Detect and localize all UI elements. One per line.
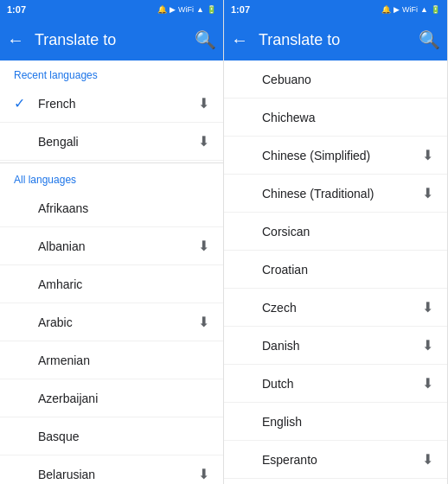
lang-name: Dutch xyxy=(262,377,422,391)
list-item[interactable]: Danish ⬇ xyxy=(224,327,447,365)
download-icon[interactable]: ⬇ xyxy=(422,375,433,392)
lang-name: Chinese (Simplified) xyxy=(262,149,422,162)
battery-icon: 🔋 xyxy=(431,5,440,14)
list-item[interactable]: Belarusian ⬇ xyxy=(0,455,223,484)
download-icon[interactable]: ⬇ xyxy=(422,337,433,353)
right-status-bar: 1:07 🔔 ▶ WiFi ▲ 🔋 xyxy=(224,0,447,19)
download-icon[interactable]: ⬇ xyxy=(198,314,209,330)
divider xyxy=(0,162,223,163)
battery-icon: 🔋 xyxy=(207,5,216,14)
all-section-label: All languages xyxy=(0,165,223,189)
list-item[interactable]: Esperanto ⬇ xyxy=(224,441,447,479)
list-item[interactable]: Cebuano xyxy=(224,60,447,99)
list-item[interactable]: Chinese (Traditional) ⬇ xyxy=(224,175,447,213)
lang-name: Bengali xyxy=(38,135,198,149)
download-icon[interactable]: ⬇ xyxy=(198,133,209,150)
lang-name: English xyxy=(262,415,433,429)
list-item[interactable]: Basque xyxy=(0,417,223,455)
list-item[interactable]: Albanian ⬇ xyxy=(0,227,223,265)
lang-name: Chinese (Traditional) xyxy=(262,187,422,201)
lang-name: French xyxy=(38,97,198,111)
left-back-button[interactable]: ← xyxy=(7,30,24,50)
left-status-bar: 1:07 🔔 ▶ WiFi ▲ 🔋 xyxy=(0,0,223,19)
list-item[interactable]: Arabic ⬇ xyxy=(0,303,223,341)
notification-icon: 🔔 xyxy=(381,5,391,14)
lang-name: Basque xyxy=(38,430,209,443)
download-icon[interactable]: ⬇ xyxy=(198,466,209,482)
lang-name: Armenian xyxy=(38,353,209,367)
left-header-title: Translate to xyxy=(35,31,195,49)
lang-name: Azerbaijani xyxy=(38,392,209,405)
list-item[interactable]: Corsican xyxy=(224,213,447,251)
list-item[interactable]: Dutch ⬇ xyxy=(224,365,447,403)
list-item[interactable]: Azerbaijani xyxy=(0,379,223,417)
play-icon: ▶ xyxy=(170,5,176,14)
lang-name: Albanian xyxy=(38,239,198,253)
lang-name: Danish xyxy=(262,339,422,353)
signal-icon: ▲ xyxy=(196,5,204,14)
lang-name: Cebuano xyxy=(262,73,433,86)
left-content: Recent languages ✓ French ⬇ Bengali ⬇ Al… xyxy=(0,60,223,484)
left-status-icons: 🔔 ▶ WiFi ▲ 🔋 xyxy=(157,5,216,14)
download-icon[interactable]: ⬇ xyxy=(198,238,209,254)
list-item[interactable]: Czech ⬇ xyxy=(224,289,447,327)
lang-name: Esperanto xyxy=(262,453,422,467)
lang-name: Croatian xyxy=(262,263,433,277)
list-item[interactable]: Croatian xyxy=(224,251,447,289)
recent-section-label: Recent languages xyxy=(0,60,223,85)
list-item[interactable]: Bengali ⬇ xyxy=(0,123,223,161)
lang-name: Amharic xyxy=(38,277,209,291)
right-back-button[interactable]: ← xyxy=(231,30,248,50)
lang-name: Czech xyxy=(262,301,422,315)
download-icon[interactable]: ⬇ xyxy=(198,95,209,111)
download-icon[interactable]: ⬇ xyxy=(422,185,433,201)
right-header: ← Translate to 🔍 xyxy=(224,19,447,60)
list-item[interactable]: ✓ French ⬇ xyxy=(0,85,223,123)
lang-name: Belarusian xyxy=(38,468,198,481)
left-search-icon[interactable]: 🔍 xyxy=(195,29,216,50)
left-header: ← Translate to 🔍 xyxy=(0,19,223,60)
right-time: 1:07 xyxy=(231,4,250,15)
lang-name: Afrikaans xyxy=(38,201,209,215)
list-item[interactable]: Afrikaans xyxy=(0,189,223,227)
lang-name: Arabic xyxy=(38,315,198,329)
list-item[interactable]: Armenian xyxy=(0,341,223,379)
notification-icon: 🔔 xyxy=(157,5,167,14)
right-search-icon[interactable]: 🔍 xyxy=(419,29,440,50)
list-item[interactable]: English xyxy=(224,403,447,441)
check-icon: ✓ xyxy=(14,95,31,111)
wifi-icon: WiFi xyxy=(178,5,194,14)
list-item[interactable]: Amharic xyxy=(0,265,223,303)
lang-name: Chichewa xyxy=(262,111,433,124)
list-item[interactable]: Estonian ⬇ xyxy=(224,479,447,484)
list-item[interactable]: Chichewa xyxy=(224,99,447,137)
download-icon[interactable]: ⬇ xyxy=(422,299,433,315)
left-time: 1:07 xyxy=(7,4,26,15)
signal-icon: ▲ xyxy=(420,5,428,14)
wifi-icon: WiFi xyxy=(402,5,418,14)
right-header-title: Translate to xyxy=(259,31,419,49)
right-panel: 1:07 🔔 ▶ WiFi ▲ 🔋 ← Translate to 🔍 Cebua… xyxy=(224,0,448,484)
left-panel: 1:07 🔔 ▶ WiFi ▲ 🔋 ← Translate to 🔍 Recen… xyxy=(0,0,224,484)
play-icon: ▶ xyxy=(394,5,400,14)
right-status-icons: 🔔 ▶ WiFi ▲ 🔋 xyxy=(381,5,440,14)
right-content: Cebuano Chichewa Chinese (Simplified) ⬇ … xyxy=(224,60,447,484)
list-item[interactable]: Chinese (Simplified) ⬇ xyxy=(224,137,447,175)
download-icon[interactable]: ⬇ xyxy=(422,451,433,468)
lang-name: Corsican xyxy=(262,225,433,239)
download-icon[interactable]: ⬇ xyxy=(422,147,433,163)
